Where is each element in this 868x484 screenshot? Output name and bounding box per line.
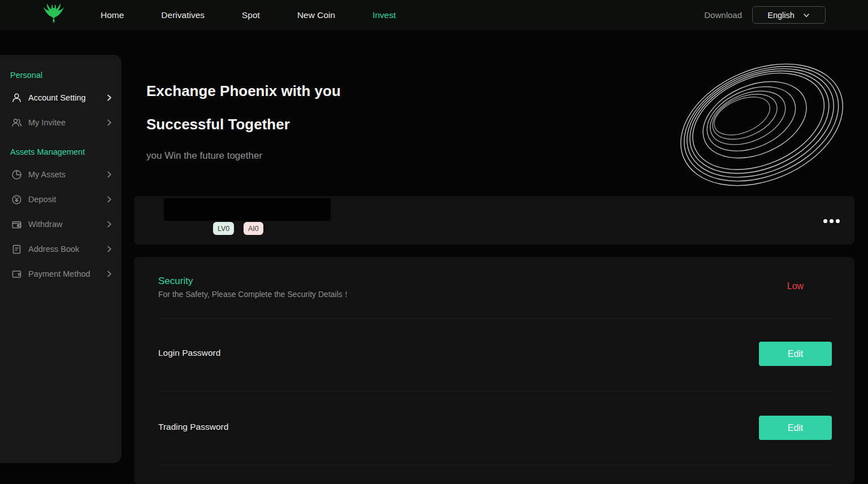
pie-chart-icon [11, 169, 22, 180]
hero-subtitle: you Win the future together [146, 150, 341, 162]
users-icon [11, 117, 22, 128]
sidebar-item-label: Payment Method [28, 269, 105, 278]
sidebar-item-account-setting[interactable]: Account Setting [0, 85, 121, 110]
divider [158, 318, 832, 319]
profile-card: LV0 AI0 [134, 196, 854, 245]
sidebar-item-deposit[interactable]: Deposit [0, 187, 121, 212]
nav-item-derivatives[interactable]: Derivatives [161, 10, 205, 20]
redacted-user-info [164, 198, 331, 221]
sidebar-section-assets-management: Assets Management [0, 135, 121, 162]
chevron-right-icon [105, 269, 114, 278]
sidebar-item-my-invitee[interactable]: My Invitee [0, 110, 121, 135]
yen-circle-icon [11, 194, 22, 205]
sidebar-item-label: Withdraw [28, 220, 105, 229]
login-password-edit-button[interactable]: Edit [759, 342, 832, 366]
language-select[interactable]: English [752, 6, 826, 24]
sidebar-item-withdraw[interactable]: Withdraw [0, 212, 121, 237]
sidebar-item-label: Address Book [28, 245, 105, 254]
nav-item-spot[interactable]: Spot [242, 10, 260, 20]
divider [158, 465, 832, 465]
login-password-label: Login Password [158, 348, 220, 358]
chevron-right-icon [105, 93, 114, 102]
chevron-right-icon [105, 118, 114, 127]
top-nav: Home Derivatives Spot New Coin Invest Do… [0, 0, 868, 30]
hero-section: Exchange Phoenix with you Successful Tog… [146, 84, 341, 162]
hero-title-line2: Successful Together [146, 117, 341, 132]
chevron-down-icon [802, 11, 810, 19]
security-card: Security For the Safety, Please Complete… [134, 257, 854, 484]
sidebar-item-label: My Invitee [28, 118, 105, 127]
ai-badge: AI0 [244, 222, 263, 235]
nav-item-new-coin[interactable]: New Coin [297, 10, 335, 20]
security-title: Security [158, 276, 193, 287]
user-icon [11, 93, 22, 103]
sidebar-section-personal: Personal [0, 63, 121, 85]
sidebar: Personal Account Setting My Invitee Ass [0, 55, 121, 463]
payment-card-icon [11, 269, 22, 280]
nav-links: Home Derivatives Spot New Coin Invest [101, 10, 396, 20]
security-subtitle: For the Safety, Please Complete the Secu… [158, 290, 350, 300]
chevron-right-icon [105, 195, 114, 204]
language-value: English [767, 11, 795, 20]
download-link[interactable]: Download [704, 10, 742, 20]
trading-password-label: Trading Password [158, 422, 228, 432]
wallet-icon [11, 219, 22, 230]
chevron-right-icon [105, 170, 114, 179]
security-level-badge: Low [759, 281, 832, 291]
level-badge: LV0 [213, 222, 234, 235]
nav-right: Download English [704, 0, 826, 30]
trading-password-edit-button[interactable]: Edit [759, 416, 832, 440]
sidebar-item-payment-method[interactable]: Payment Method [0, 261, 121, 286]
sidebar-item-label: Deposit [28, 195, 105, 204]
chevron-right-icon [105, 245, 114, 254]
nav-item-home[interactable]: Home [101, 10, 124, 20]
torus-graphic [676, 56, 848, 193]
nav-item-invest[interactable]: Invest [372, 10, 396, 20]
phoenix-logo-icon[interactable] [41, 2, 67, 29]
ellipsis-icon[interactable] [821, 217, 842, 225]
sidebar-item-address-book[interactable]: Address Book [0, 237, 121, 261]
hero-title-line1: Exchange Phoenix with you [146, 84, 341, 98]
sidebar-item-label: Account Setting [28, 93, 105, 102]
divider [158, 391, 832, 391]
sidebar-item-my-assets[interactable]: My Assets [0, 162, 121, 187]
chevron-right-icon [105, 220, 114, 229]
address-book-icon [11, 244, 22, 255]
sidebar-item-label: My Assets [28, 170, 105, 179]
